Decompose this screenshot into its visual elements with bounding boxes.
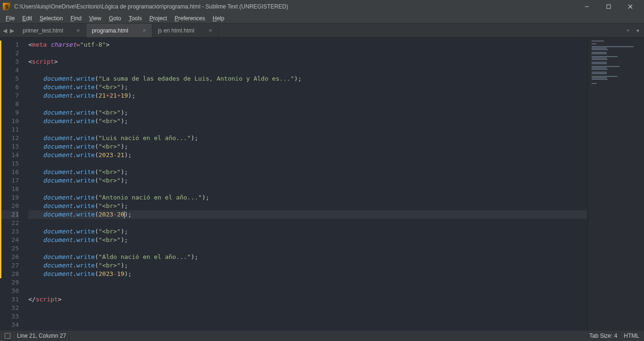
menu-preferences[interactable]: Preferences xyxy=(171,14,209,23)
code-line[interactable]: <meta charset="utf-8"> xyxy=(28,41,587,49)
menu-project[interactable]: Project xyxy=(146,14,171,23)
window-title: C:\Users\luisp\OneDrive\Escritorio\Lógic… xyxy=(14,3,576,10)
line-number[interactable]: 32 xyxy=(0,304,19,312)
line-number[interactable]: 19 xyxy=(0,193,19,202)
code-line[interactable]: </script> xyxy=(28,295,587,304)
code-line[interactable] xyxy=(28,312,587,321)
code-line[interactable] xyxy=(28,49,587,58)
line-number[interactable]: 6 xyxy=(0,83,19,91)
tab-next-icon[interactable]: ▶ xyxy=(10,27,14,34)
line-number[interactable]: 16 xyxy=(0,168,19,176)
new-tab-icon[interactable]: ＋ xyxy=(625,26,631,34)
line-number[interactable]: 4 xyxy=(0,66,19,75)
line-number[interactable]: 23 xyxy=(0,227,19,236)
code-line[interactable] xyxy=(28,304,587,312)
line-number[interactable]: 31 xyxy=(0,295,19,304)
line-number[interactable]: 10 xyxy=(0,117,19,125)
line-number[interactable]: 11 xyxy=(0,125,19,134)
tab-close-icon[interactable]: × xyxy=(142,27,146,34)
code-line[interactable]: document.write("<br>"); xyxy=(28,236,587,244)
line-number[interactable]: 26 xyxy=(0,253,19,261)
line-number[interactable]: 30 xyxy=(0,287,19,295)
code-line[interactable]: document.write("<br>"); xyxy=(28,142,587,151)
menu-selection[interactable]: Selection xyxy=(36,14,67,23)
line-number[interactable]: 15 xyxy=(0,159,19,168)
minimap[interactable] xyxy=(587,38,644,331)
panel-toggle-icon[interactable] xyxy=(5,333,10,339)
code-line[interactable]: document.write(21+21+19); xyxy=(28,91,587,100)
code-line[interactable] xyxy=(28,287,587,295)
code-line[interactable]: document.write("<br>"); xyxy=(28,168,587,176)
code-line[interactable]: document.write("<br>"); xyxy=(28,227,587,236)
status-position[interactable]: Line 21, Column 27 xyxy=(17,333,66,339)
line-number[interactable]: 8 xyxy=(0,100,19,108)
code-line[interactable] xyxy=(28,159,587,168)
code-line[interactable]: document.write("<br>"); xyxy=(28,108,587,117)
close-button[interactable] xyxy=(619,0,641,13)
code-editor[interactable]: <meta charset="utf-8"><script> document.… xyxy=(24,38,587,331)
menu-tools[interactable]: Tools xyxy=(125,14,146,23)
code-line[interactable]: document.write("<br>"); xyxy=(28,176,587,185)
menu-edit[interactable]: Edit xyxy=(18,14,36,23)
line-number[interactable]: 3 xyxy=(0,58,19,66)
menu-help[interactable]: Help xyxy=(209,14,228,23)
code-line[interactable]: document.write("<br>"); xyxy=(28,117,587,125)
line-number[interactable]: 20 xyxy=(0,202,19,210)
tab-menu-icon[interactable]: ▾ xyxy=(636,27,639,34)
line-number[interactable]: 18 xyxy=(0,185,19,193)
code-line[interactable]: document.write("<br>"); xyxy=(28,261,587,270)
status-tab-size[interactable]: Tab Size: 4 xyxy=(589,333,617,339)
line-number[interactable]: 24 xyxy=(0,236,19,244)
line-number[interactable]: 13 xyxy=(0,142,19,151)
line-number[interactable]: 17 xyxy=(0,176,19,185)
line-number[interactable]: 33 xyxy=(0,312,19,321)
line-number[interactable]: 2 xyxy=(0,49,19,58)
tab-0[interactable]: primer_test.html× xyxy=(17,24,86,37)
code-line[interactable]: document.write("<br>"); xyxy=(28,83,587,91)
code-line[interactable] xyxy=(28,185,587,193)
code-line[interactable]: document.write("La suma de las edades de… xyxy=(28,75,587,83)
menu-view[interactable]: View xyxy=(85,14,105,23)
code-line[interactable] xyxy=(28,219,587,227)
code-line[interactable]: document.write("Aldo nació en el año..."… xyxy=(28,253,587,261)
code-line[interactable]: document.write("Luis nació en el año..."… xyxy=(28,134,587,142)
code-line[interactable]: document.write(2023-19); xyxy=(28,270,587,278)
line-number[interactable]: 12 xyxy=(0,134,19,142)
line-number[interactable]: 25 xyxy=(0,244,19,253)
code-line[interactable]: document.write(2023-20); xyxy=(28,210,587,219)
code-line[interactable] xyxy=(28,100,587,108)
code-line[interactable] xyxy=(28,278,587,287)
menu-file[interactable]: File xyxy=(2,14,18,23)
code-line[interactable]: <script> xyxy=(28,58,587,66)
tab-close-icon[interactable]: × xyxy=(209,27,212,34)
tab-1[interactable]: programa.html× xyxy=(86,24,152,37)
code-line[interactable] xyxy=(28,66,587,75)
menu-goto[interactable]: Goto xyxy=(105,14,125,23)
line-number[interactable]: 21 xyxy=(0,210,19,219)
code-line[interactable] xyxy=(28,125,587,134)
line-number[interactable]: 1 xyxy=(0,41,19,49)
code-line[interactable] xyxy=(28,321,587,329)
minimize-button[interactable] xyxy=(576,0,598,13)
tab-2[interactable]: js en html.html× xyxy=(152,24,218,37)
line-number[interactable]: 29 xyxy=(0,278,19,287)
maximize-button[interactable] xyxy=(598,0,619,13)
line-number[interactable]: 7 xyxy=(0,91,19,100)
code-line[interactable] xyxy=(28,244,587,253)
line-number[interactable]: 27 xyxy=(0,261,19,270)
line-gutter[interactable]: 1234567891011121314151617181920212223242… xyxy=(0,38,24,331)
menu-find[interactable]: Find xyxy=(67,14,85,23)
line-number[interactable]: 28 xyxy=(0,270,19,278)
line-number[interactable]: 22 xyxy=(0,219,19,227)
tab-close-icon[interactable]: × xyxy=(76,27,80,34)
code-line[interactable]: document.write("Antonio nació en el año.… xyxy=(28,193,587,202)
status-syntax[interactable]: HTML xyxy=(624,333,639,339)
line-number[interactable]: 14 xyxy=(0,151,19,159)
line-number[interactable]: 34 xyxy=(0,321,19,329)
minimap-line xyxy=(592,41,604,42)
line-number[interactable]: 9 xyxy=(0,108,19,117)
line-number[interactable]: 5 xyxy=(0,75,19,83)
code-line[interactable]: document.write(2023-21); xyxy=(28,151,587,159)
tab-prev-icon[interactable]: ◀ xyxy=(3,27,7,34)
code-line[interactable]: document.write("<br>"); xyxy=(28,202,587,210)
